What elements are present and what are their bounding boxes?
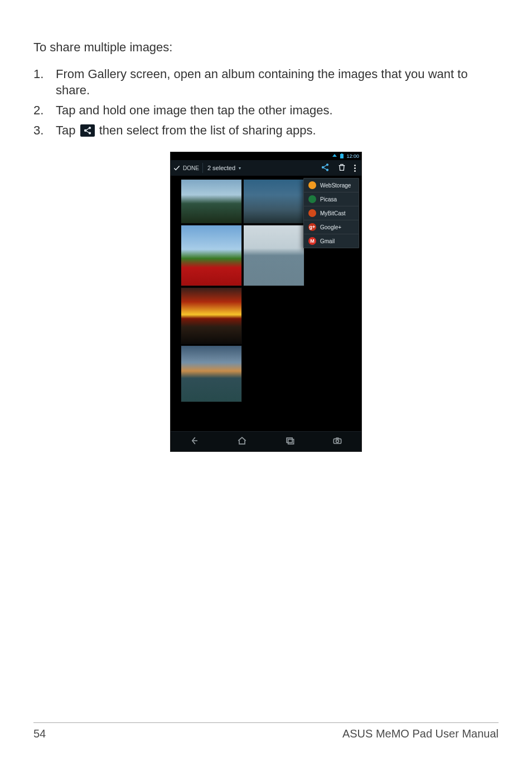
selection-topbar: DONE 2 selected ▾ (171, 160, 361, 176)
step-item: 1. From Gallery screen, open an album co… (33, 66, 499, 99)
share-button[interactable] (321, 163, 330, 173)
system-navbar (171, 431, 361, 451)
share-menu-label: Google+ (320, 224, 341, 230)
svg-rect-6 (341, 153, 342, 154)
share-menu-item-picasa[interactable]: Picasa (304, 192, 359, 206)
svg-point-15 (336, 440, 339, 442)
home-button[interactable] (236, 435, 248, 449)
gmail-icon: M (308, 237, 316, 245)
step-text-pre: Tap (56, 123, 79, 137)
svg-line-10 (323, 165, 326, 167)
step-text: Tap then select from the list of sharing… (56, 122, 499, 139)
svg-rect-12 (287, 438, 292, 442)
screenshot-button[interactable] (332, 435, 343, 449)
share-menu-item-gmail[interactable]: M Gmail (304, 234, 359, 248)
svg-rect-13 (288, 439, 293, 443)
back-button[interactable] (189, 435, 200, 449)
share-menu-label: Gmail (320, 238, 335, 244)
mybitcast-icon (308, 209, 316, 217)
share-menu-item-mybitcast[interactable]: MyBitCast (304, 206, 359, 220)
share-menu-label: MyBitCast (320, 210, 346, 216)
manual-title: ASUS MeMO Pad User Manual (342, 727, 499, 740)
step-text: From Gallery screen, open an album conta… (56, 66, 499, 99)
selection-count-dropdown[interactable]: 2 selected ▾ (207, 165, 321, 171)
page-footer: 54 ASUS MeMO Pad User Manual (33, 722, 499, 740)
share-menu-item-webstorage[interactable]: WebStorage (304, 179, 359, 192)
svg-line-3 (86, 128, 89, 130)
gallery-thumbnail[interactable] (181, 179, 242, 224)
share-menu-label: Picasa (320, 196, 337, 202)
topbar-separator (202, 163, 203, 173)
svg-point-7 (327, 164, 328, 166)
share-menu-item-googleplus[interactable]: g+ Google+ (304, 220, 359, 234)
chevron-down-icon: ▾ (239, 166, 241, 171)
step-item: 2. Tap and hold one image then tap the o… (33, 102, 499, 119)
page-number: 54 (33, 727, 46, 740)
selection-count-label: 2 selected (207, 165, 235, 171)
gallery-thumbnail[interactable] (243, 179, 304, 224)
step-item: 3. Tap then select from the list of shar… (33, 122, 499, 139)
googleplus-icon: g+ (308, 223, 316, 231)
done-label[interactable]: DONE (183, 165, 199, 171)
svg-line-4 (86, 131, 89, 133)
intro-text: To share multiple images: (33, 39, 499, 56)
recent-apps-button[interactable] (284, 435, 296, 449)
step-number: 2. (33, 102, 56, 119)
share-menu: WebStorage Picasa MyBitCast g+ Google+ M… (303, 178, 359, 248)
step-text-post: then select from the list of sharing app… (99, 123, 316, 137)
svg-point-8 (322, 167, 324, 168)
status-time: 12:00 (346, 153, 359, 159)
step-number: 3. (33, 122, 56, 139)
steps-list: 1. From Gallery screen, open an album co… (33, 66, 499, 139)
notification-icon (332, 153, 337, 159)
picasa-icon (308, 195, 316, 203)
webstorage-icon (308, 181, 316, 189)
svg-line-11 (323, 168, 326, 170)
overflow-menu-button[interactable] (354, 165, 356, 172)
status-bar: 12:00 (171, 152, 361, 160)
battery-icon (340, 153, 344, 159)
gallery-thumbnail[interactable] (243, 225, 304, 286)
svg-rect-5 (340, 154, 344, 158)
gallery-thumbnail[interactable] (181, 287, 242, 344)
delete-button[interactable] (337, 163, 346, 173)
share-icon (80, 124, 95, 137)
step-text: Tap and hold one image then tap the othe… (56, 102, 499, 119)
gallery-thumbnail[interactable] (181, 225, 242, 286)
share-menu-label: WebStorage (320, 182, 351, 189)
device-screenshot: 12:00 DONE 2 selected ▾ (170, 152, 362, 452)
gallery-thumbnail[interactable] (181, 345, 242, 402)
gallery-grid: WebStorage Picasa MyBitCast g+ Google+ M… (171, 176, 361, 431)
svg-point-9 (327, 170, 328, 171)
step-number: 1. (33, 66, 56, 99)
done-check-icon[interactable] (171, 164, 183, 172)
